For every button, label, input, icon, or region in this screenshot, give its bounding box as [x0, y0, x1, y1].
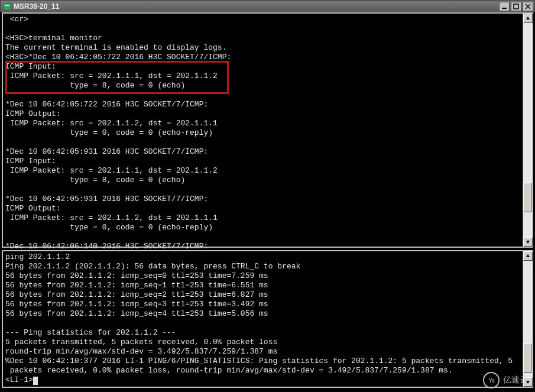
close-button[interactable] [523, 2, 533, 11]
window-titlebar: MSR36-20_11 [0, 0, 535, 12]
scrollbar-bottom[interactable] [523, 251, 532, 387]
scroll-track-top[interactable] [523, 23, 532, 237]
scroll-thumb-bottom[interactable] [523, 344, 531, 373]
svg-rect-0 [4, 4, 11, 9]
terminal-pane-top[interactable]: <cr> <H3C>terminal monitor The current t… [2, 12, 533, 248]
minimize-button[interactable] [499, 2, 510, 11]
window-controls [499, 2, 533, 11]
terminal-output-top: <cr> <H3C>terminal monitor The current t… [5, 15, 521, 245]
svg-marker-6 [526, 17, 530, 20]
maximize-button[interactable] [511, 2, 521, 11]
scroll-track-bottom[interactable] [523, 261, 532, 377]
scroll-thumb-top[interactable] [523, 183, 531, 212]
scroll-down-button[interactable] [523, 377, 533, 387]
svg-marker-9 [526, 381, 530, 384]
scroll-up-button[interactable] [523, 251, 533, 261]
scrollbar-top[interactable] [523, 14, 532, 247]
window-title: MSR36-20_11 [14, 2, 499, 11]
svg-rect-1 [5, 5, 9, 6]
scroll-down-button[interactable] [523, 237, 533, 247]
prompt: <LI-1> [5, 375, 33, 384]
command-text: ping 202.1.1.2 [5, 252, 70, 261]
app-icon [3, 2, 11, 11]
svg-marker-7 [526, 241, 530, 244]
terminal-output-bottom: ping 202.1.1.2 Ping 202.1.1.2 (202.1.1.2… [5, 252, 521, 385]
scroll-up-button[interactable] [523, 14, 533, 23]
cursor [33, 377, 38, 385]
terminal-pane-bottom[interactable]: ping 202.1.1.2 Ping 202.1.1.2 (202.1.1.2… [2, 250, 533, 388]
svg-marker-8 [526, 254, 530, 257]
svg-rect-3 [514, 4, 518, 9]
